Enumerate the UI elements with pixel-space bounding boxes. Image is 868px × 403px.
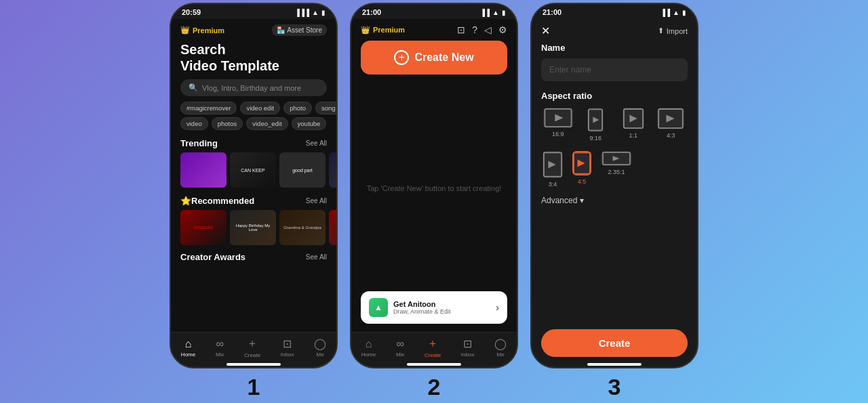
nav-home-label-2: Home [361, 352, 376, 358]
wifi-icon-3: ▲ [673, 9, 679, 16]
name-input[interactable]: Enter name [541, 58, 688, 81]
search-bar[interactable]: 🔍 Vlog, Intro, Birthday and more [180, 79, 327, 96]
thumb-trending-2[interactable]: CAN KEEP [230, 152, 276, 188]
ratio-916[interactable]: 9:16 [579, 108, 613, 142]
status-bar-3: 21:00 ▐▐ ▲ ▮ [532, 4, 697, 19]
tag-youtube[interactable]: youtube [292, 117, 327, 130]
nav-inbox-1[interactable]: ⊡ Inbox [281, 337, 294, 358]
anitoon-logo: ▲ [369, 298, 388, 317]
status-bar-2: 21:00 ▐▐ ▲ ▮ [351, 4, 517, 19]
ratio-169-box [543, 108, 573, 128]
nav-home-2[interactable]: ⌂ Home [361, 338, 376, 358]
tag-video[interactable]: video [180, 117, 208, 130]
ratio-169-label: 16:9 [552, 131, 564, 137]
tag-photo[interactable]: photo [283, 102, 312, 114]
anitoon-banner[interactable]: ▲ Get Anitoon Draw, Animate & Edit › [361, 291, 507, 324]
speaker-icon[interactable]: ◁ [484, 24, 492, 35]
import-button[interactable]: ⬆ Import [658, 26, 688, 35]
creator-awards-see-all[interactable]: See All [306, 253, 327, 261]
ratio-2351[interactable]: 2.35:1 [601, 151, 632, 188]
tag-photos[interactable]: photos [212, 117, 243, 130]
ratio-43-label: 4:3 [667, 132, 675, 139]
nav-mix-2[interactable]: ∞ Mix [396, 338, 404, 358]
signal-icon: ▐▐▐ [295, 9, 309, 16]
p2-header: 👑 Premium ⊡ ? ◁ ⚙ [351, 19, 517, 41]
recommended-see-all[interactable]: See All [306, 197, 327, 205]
home-indicator-2 [407, 363, 461, 366]
nav-me-1[interactable]: ◯ Me [314, 337, 326, 358]
nav-create-1[interactable]: ＋ Create [244, 337, 260, 358]
p3-body: Name Enter name Aspect ratio [532, 43, 697, 322]
p3-bottom: Create [532, 322, 697, 361]
ratio-43[interactable]: 4:3 [654, 108, 688, 142]
empty-hint-text: Tap 'Create New' button to start creatin… [367, 184, 502, 192]
creator-awards-header: Creator Awards See All [171, 249, 336, 266]
create-new-button[interactable]: + Create New [361, 41, 507, 75]
thumb-trending-4[interactable] [329, 152, 336, 188]
tag-video-edit[interactable]: video_edit [246, 117, 288, 130]
close-button[interactable]: ✕ [541, 24, 550, 37]
nav-me-label-1: Me [317, 352, 324, 358]
thumb-rec-4[interactable] [329, 210, 336, 245]
screen-2: 👑 Premium ⊡ ? ◁ ⚙ + Create New Tap 'Crea… [351, 19, 517, 332]
crown-icon: 👑 [180, 26, 190, 35]
ratio-11-label: 1:1 [629, 132, 637, 139]
ratio-11[interactable]: 1:1 [616, 108, 650, 142]
status-icons-1: ▐▐▐ ▲ ▮ [295, 9, 326, 16]
wifi-icon: ▲ [312, 9, 319, 16]
create-button[interactable]: Create [541, 329, 688, 357]
svg-marker-7 [667, 114, 675, 122]
asset-store-btn[interactable]: 🏪 Asset Store [272, 24, 327, 36]
status-icons-2: ▐▐ ▲ ▮ [480, 9, 506, 16]
create-new-label: Create New [414, 51, 473, 64]
nav-inbox-label-1: Inbox [281, 352, 294, 358]
thumb-trending-1[interactable] [180, 152, 226, 188]
nav-create-label-1: Create [244, 352, 260, 358]
signal-icon-2: ▐▐ [480, 9, 490, 16]
tags-row-1: #magicremover video edit photo song [171, 102, 336, 117]
premium-badge-1: 👑 Premium [180, 26, 224, 35]
ratio-43-box [657, 108, 684, 129]
screen-1: 👑 Premium 🏪 Asset Store Search Video Tem… [171, 19, 336, 332]
nav-mix-label-1: Mix [216, 352, 224, 358]
status-bar-1: 20:59 ▐▐▐ ▲ ▮ [171, 4, 336, 19]
anitoon-subtitle: Draw, Animate & Edit [393, 308, 451, 315]
ratio-34[interactable]: 3:4 [542, 151, 563, 188]
anitoon-left: ▲ Get Anitoon Draw, Animate & Edit [369, 298, 451, 317]
tag-videoedit[interactable]: video edit [240, 102, 280, 114]
trending-see-all[interactable]: See All [306, 140, 327, 147]
tv-icon[interactable]: ⊡ [457, 24, 465, 35]
nav-mix-1[interactable]: ∞ Mix [216, 338, 224, 358]
ratio-2351-box [601, 151, 632, 166]
recommended-thumbnails: INSIDERS Happy Birthday My Love Grandma … [171, 210, 336, 249]
ratio-45-label: 4:5 [578, 178, 587, 185]
nav-home-1[interactable]: ⌂ Home [181, 338, 195, 358]
bottom-nav-1: ⌂ Home ∞ Mix ＋ Create ⊡ Inbox ◯ Me [171, 332, 336, 361]
create-icon-1: ＋ [247, 337, 258, 351]
trending-title: Trending [180, 138, 218, 148]
advanced-row[interactable]: Advanced ▾ [541, 196, 688, 205]
step-3: 3 [608, 374, 621, 400]
tag-song[interactable]: song [315, 102, 336, 114]
thumb-trending-3[interactable]: good part [279, 152, 326, 188]
ratio-169[interactable]: 16:9 [541, 108, 575, 142]
bottom-nav-2: ⌂ Home ∞ Mix ＋ Create ⊡ Inbox ◯ Me [351, 332, 517, 361]
chevron-down-icon: ▾ [580, 196, 584, 205]
search-heading: Search Video Template [180, 41, 327, 74]
nav-create-label-2: Create [425, 352, 441, 358]
ratio-45[interactable]: 4:5 [572, 151, 591, 188]
nav-inbox-2[interactable]: ⊡ Inbox [461, 337, 475, 358]
anitoon-title: Get Anitoon [393, 300, 451, 308]
plus-circle-icon: + [394, 50, 409, 65]
nav-create-2[interactable]: ＋ Create [425, 337, 441, 358]
recommended-title: ⭐Recommended [180, 196, 254, 206]
thumb-rec-3[interactable]: Grandma & Grandpa [279, 210, 326, 245]
thumb-rec-2[interactable]: Happy Birthday My Love [230, 210, 276, 245]
settings-icon[interactable]: ⚙ [498, 24, 507, 35]
tag-magicremover[interactable]: #magicremover [180, 102, 237, 114]
thumb-rec-1[interactable]: INSIDERS [180, 210, 226, 245]
nav-me-2[interactable]: ◯ Me [494, 337, 507, 358]
aspect-ratio-label: Aspect ratio [541, 91, 688, 101]
help-icon[interactable]: ? [472, 24, 477, 35]
p1-header: 👑 Premium 🏪 Asset Store [171, 19, 336, 39]
